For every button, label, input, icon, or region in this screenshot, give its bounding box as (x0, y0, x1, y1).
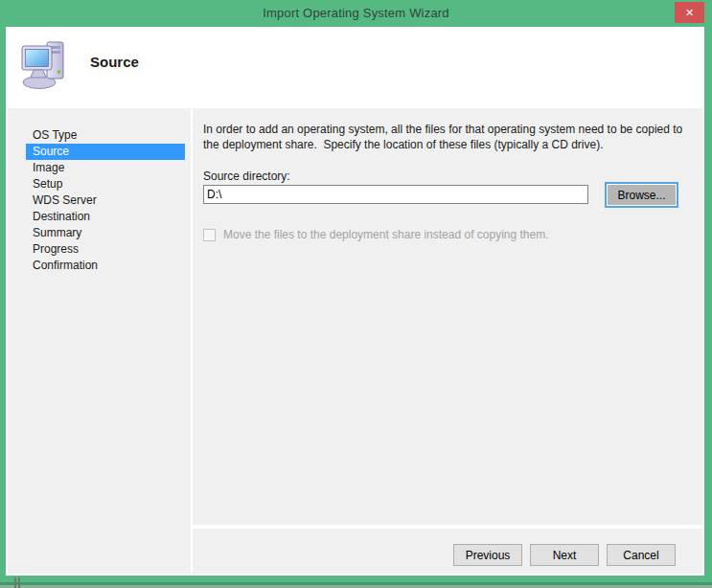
move-files-checkbox[interactable] (203, 229, 216, 241)
source-directory-label: Source directory: (203, 170, 290, 183)
title-bar: Import Operating System Wizard ✕ (0, 0, 712, 27)
previous-button[interactable]: Previous (453, 544, 522, 566)
sidebar-item-destination[interactable]: Destination (8, 209, 185, 225)
client-area: Source OS Type Source Image Setup WDS Se… (6, 27, 704, 576)
content-panel: In order to add an operating system, all… (193, 108, 702, 525)
wizard-steps-sidebar: OS Type Source Image Setup WDS Server De… (8, 108, 191, 574)
sidebar-item-source[interactable]: Source (26, 144, 185, 160)
close-button[interactable]: ✕ (675, 2, 704, 23)
sidebar-item-wds-server[interactable]: WDS Server (8, 192, 185, 209)
sidebar-item-progress[interactable]: Progress (8, 241, 185, 258)
desktop-artifact-bar (14, 577, 16, 588)
step-list: OS Type Source Image Setup WDS Server De… (8, 108, 191, 274)
cancel-button[interactable]: Cancel (607, 544, 676, 566)
desktop-artifact-bar (18, 577, 20, 588)
sidebar-item-setup[interactable]: Setup (8, 176, 185, 192)
sidebar-item-confirmation[interactable]: Confirmation (8, 258, 185, 274)
page-header: Source (6, 27, 704, 108)
intro-text: In order to add an operating system, all… (203, 122, 696, 152)
navigation-bar: Previous Next Cancel (193, 529, 702, 574)
browse-button[interactable]: Browse... (607, 184, 677, 206)
move-files-label: Move the files to the deployment share i… (223, 228, 549, 241)
next-button[interactable]: Next (530, 544, 599, 566)
page-title: Source (90, 54, 139, 70)
sidebar-item-os-type[interactable]: OS Type (8, 127, 185, 144)
computer-icon (19, 38, 71, 90)
move-files-row: Move the files to the deployment share i… (203, 228, 549, 241)
sidebar-item-image[interactable]: Image (8, 160, 185, 176)
wizard-window: Import Operating System Wizard ✕ (0, 0, 712, 585)
source-directory-input[interactable] (203, 185, 588, 204)
sidebar-item-summary[interactable]: Summary (8, 225, 185, 241)
close-icon: ✕ (685, 8, 694, 18)
window-title: Import Operating System Wizard (0, 0, 712, 27)
